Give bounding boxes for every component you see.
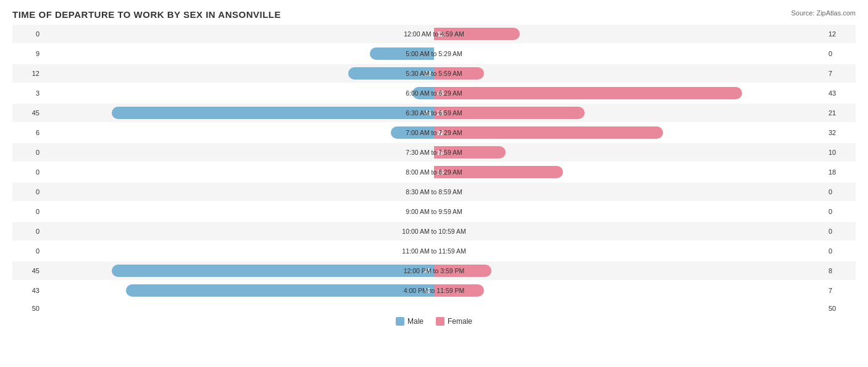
table-row: 08:00 AM to 8:29 AM1818 <box>12 163 856 181</box>
table-row: 010:00 AM to 10:59 AM0 <box>12 222 856 241</box>
source-text: Source: ZipAtlas.com <box>791 9 856 17</box>
chart-area: 012:00 AM to 4:59 AM121295:00 AM to 5:29… <box>12 25 856 321</box>
male-value: 43 <box>12 287 43 294</box>
male-value: 45 <box>12 267 43 274</box>
time-label: 10:00 AM to 10:59 AM <box>402 228 465 235</box>
bars-section: 10:00 AM to 10:59 AM <box>43 222 825 241</box>
bars-section: 11:00 AM to 11:59 AM <box>43 242 825 260</box>
female-value: 8 <box>825 267 856 274</box>
legend-female-box <box>436 317 444 326</box>
female-value: 0 <box>825 247 856 255</box>
female-bar-wrap: 43 <box>434 87 742 99</box>
female-value: 21 <box>825 109 856 117</box>
male-bar-wrap: 45 <box>112 265 434 277</box>
table-row: 011:00 AM to 11:59 AM0 <box>12 242 856 260</box>
bars-section: 8:30 AM to 8:59 AM <box>43 183 825 201</box>
female-value: 0 <box>825 208 856 215</box>
male-bar <box>412 87 434 99</box>
female-bar: 21 <box>434 107 585 119</box>
male-bar: 45 <box>112 265 434 277</box>
table-row: 125:30 AM to 5:59 AM127 <box>12 64 856 83</box>
bars-section: 6:00 AM to 6:29 AM43 <box>43 84 825 102</box>
female-bar-wrap <box>434 265 491 277</box>
female-bar: 10 <box>434 146 506 159</box>
male-bar <box>370 47 434 60</box>
female-value: 0 <box>825 228 856 235</box>
table-row: 09:00 AM to 9:59 AM0 <box>12 202 856 221</box>
male-value: 12 <box>12 70 43 77</box>
male-value: 0 <box>12 30 43 38</box>
female-bar-wrap: 10 <box>434 146 506 159</box>
female-bar: 43 <box>434 87 742 99</box>
female-value: 10 <box>825 149 856 156</box>
bars-section: 7:30 AM to 7:59 AM10 <box>43 143 825 162</box>
time-label: 11:00 AM to 11:59 AM <box>402 247 465 255</box>
male-value: 9 <box>12 50 43 57</box>
bars-section: 9:00 AM to 9:59 AM <box>43 202 825 221</box>
female-bar <box>434 284 484 297</box>
female-value: 32 <box>825 129 856 136</box>
axis-row: 50 50 <box>12 302 856 315</box>
male-bar-wrap: 12 <box>348 67 434 80</box>
bars-section: 4:00 PM to 11:59 PM43 <box>43 281 825 300</box>
male-bar-wrap <box>391 126 434 139</box>
male-bar: 43 <box>126 284 434 297</box>
female-bar: 12 <box>434 28 520 40</box>
bars-section: 5:30 AM to 5:59 AM12 <box>43 64 825 83</box>
male-bar-wrap <box>412 87 434 99</box>
bars-section: 6:30 AM to 6:59 AM4521 <box>43 104 825 122</box>
male-bar-wrap: 45 <box>112 107 434 119</box>
male-bar-wrap: 43 <box>126 284 434 297</box>
time-label: 8:30 AM to 8:59 AM <box>406 188 462 196</box>
male-value: 3 <box>12 89 43 97</box>
male-value: 0 <box>12 208 43 215</box>
chart-title: TIME OF DEPARTURE TO WORK BY SEX IN ANSO… <box>12 9 856 20</box>
female-bar-wrap <box>434 284 484 297</box>
male-value: 0 <box>12 188 43 196</box>
table-row: 36:00 AM to 6:29 AM4343 <box>12 84 856 102</box>
male-value: 45 <box>12 109 43 117</box>
female-bar-wrap: 12 <box>434 28 520 40</box>
table-row: 95:00 AM to 5:29 AM0 <box>12 44 856 63</box>
legend-male: Male <box>396 317 424 326</box>
female-value: 0 <box>825 50 856 57</box>
male-bar <box>391 126 434 139</box>
female-bar-wrap: 21 <box>434 107 585 119</box>
female-value: 43 <box>825 89 856 97</box>
table-row: 456:30 AM to 6:59 AM452121 <box>12 104 856 122</box>
legend-female: Female <box>436 317 472 326</box>
female-bar: 18 <box>434 166 563 178</box>
bars-section: 7:00 AM to 7:29 AM32 <box>43 123 825 142</box>
male-value: 0 <box>12 168 43 176</box>
legend-male-label: Male <box>407 317 424 326</box>
male-bar: 12 <box>348 67 434 80</box>
bars-section: 8:00 AM to 8:29 AM18 <box>43 163 825 181</box>
female-bar-wrap: 18 <box>434 166 563 178</box>
female-value: 0 <box>825 188 856 196</box>
chart-container: TIME OF DEPARTURE TO WORK BY SEX IN ANSO… <box>0 0 868 367</box>
male-value: 0 <box>12 228 43 235</box>
table-row: 08:30 AM to 8:59 AM0 <box>12 183 856 201</box>
female-bar-wrap: 32 <box>434 126 663 139</box>
female-bar <box>434 67 484 80</box>
female-value: 7 <box>825 287 856 294</box>
male-value: 6 <box>12 129 43 136</box>
axis-right-label: 50 <box>825 305 856 312</box>
male-bar-wrap <box>370 47 434 60</box>
axis-left-label: 50 <box>12 305 43 312</box>
female-bar-wrap <box>434 67 484 80</box>
legend-female-label: Female <box>448 317 472 326</box>
male-value: 0 <box>12 149 43 156</box>
legend: Male Female <box>12 317 856 326</box>
bars-section: 5:00 AM to 5:29 AM <box>43 44 825 63</box>
female-bar <box>434 265 491 277</box>
female-value: 12 <box>825 30 856 38</box>
legend-male-box <box>396 317 404 326</box>
female-value: 7 <box>825 70 856 77</box>
table-row: 4512:00 PM to 3:59 PM458 <box>12 262 856 280</box>
female-bar: 32 <box>434 126 663 139</box>
table-row: 012:00 AM to 4:59 AM1212 <box>12 25 856 43</box>
table-row: 07:30 AM to 7:59 AM1010 <box>12 143 856 162</box>
table-row: 434:00 PM to 11:59 PM437 <box>12 281 856 300</box>
male-bar: 45 <box>112 107 434 119</box>
